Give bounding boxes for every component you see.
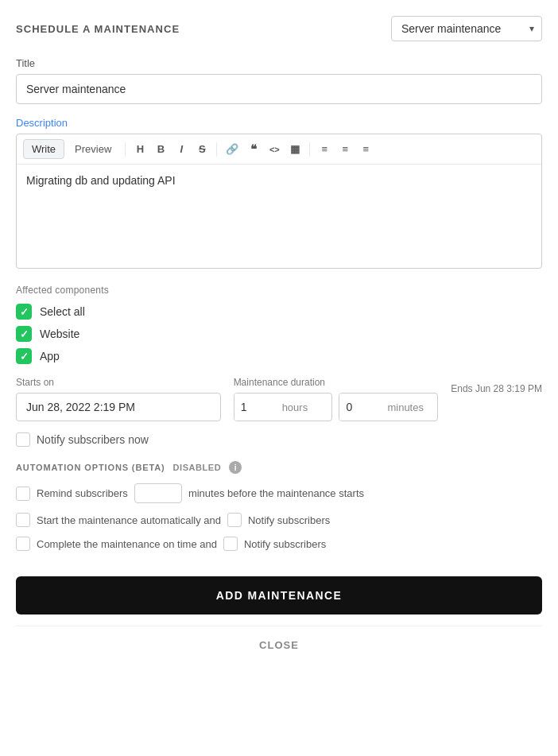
description-content[interactable]: Migrating db and updating API — [17, 165, 541, 268]
starts-on-label: Starts on — [16, 377, 221, 388]
info-icon[interactable]: i — [229, 461, 242, 474]
hours-unit: hours — [282, 401, 315, 413]
toolbar-separator-3 — [309, 142, 310, 157]
remind-minutes-input[interactable] — [134, 483, 182, 503]
toolbar-separator-2 — [216, 142, 217, 157]
minutes-unit: minutes — [387, 401, 430, 413]
auto-start-checkbox[interactable] — [16, 513, 30, 527]
image-btn[interactable]: ▦ — [285, 141, 304, 157]
notify-checkbox[interactable] — [16, 432, 30, 447]
app-label: App — [40, 350, 60, 362]
strikethrough-btn[interactable]: S — [192, 141, 211, 157]
hours-input[interactable] — [234, 394, 282, 421]
minutes-input[interactable] — [339, 394, 387, 421]
page-title: SCHEDULE A MAINTENANCE — [16, 23, 180, 35]
auto-start-notify-label: Notify subscribers — [248, 514, 330, 526]
select-all-checkbox[interactable] — [16, 304, 32, 320]
website-label: Website — [40, 328, 79, 340]
select-all-label: Select all — [40, 305, 85, 318]
remind-prefix: Remind subscribers — [37, 487, 128, 499]
minutes-field: minutes — [339, 393, 438, 421]
notify-row: Notify subscribers now — [16, 432, 542, 447]
quote-btn[interactable]: ❝ — [244, 140, 263, 159]
automation-title: AUTOMATION OPTIONS (BETA) — [16, 463, 165, 472]
description-toolbar: Write Preview H B I S 🔗 ❝ <> ▦ ≡ ≡ ≡ — [17, 134, 541, 165]
bold-btn[interactable]: B — [151, 141, 170, 157]
add-maintenance-button[interactable]: ADD MAINTENANCE — [16, 576, 542, 614]
description-editor: Write Preview H B I S 🔗 ❝ <> ▦ ≡ ≡ ≡ Mig… — [16, 134, 542, 269]
unordered-list-btn[interactable]: ≡ — [315, 141, 334, 157]
notify-label: Notify subscribers now — [37, 433, 149, 446]
affected-components-label: Affected components — [16, 285, 542, 296]
write-tab[interactable]: Write — [23, 139, 64, 159]
auto-complete-prefix: Complete the maintenance on time and — [37, 538, 217, 550]
automation-header: AUTOMATION OPTIONS (BETA) DISABLED i — [16, 461, 542, 474]
italic-btn[interactable]: I — [172, 141, 191, 157]
starts-on-input[interactable] — [16, 393, 221, 421]
auto-complete-option-row: Complete the maintenance on time and Not… — [16, 537, 542, 551]
ends-label: Ends Jun 28 3:19 PM — [451, 377, 542, 394]
description-label: Description — [16, 117, 542, 129]
maintenance-type-dropdown[interactable]: Server maintenance App maintenance Datab… — [391, 16, 542, 41]
select-all-row: Select all — [16, 304, 542, 320]
task-list-btn[interactable]: ≡ — [356, 141, 375, 157]
app-row: App — [16, 348, 542, 364]
code-btn[interactable]: <> — [265, 142, 284, 157]
auto-start-prefix: Start the maintenance automatically and — [37, 514, 221, 526]
auto-complete-notify-label: Notify subscribers — [244, 538, 326, 550]
auto-start-option-row: Start the maintenance automatically and … — [16, 513, 542, 527]
heading-btn[interactable]: H — [130, 141, 149, 157]
maintenance-type-dropdown-wrapper[interactable]: Server maintenance App maintenance Datab… — [391, 16, 542, 41]
remind-checkbox[interactable] — [16, 487, 30, 501]
disabled-badge: DISABLED — [173, 463, 222, 472]
close-button[interactable]: CLOSE — [16, 626, 542, 664]
remind-suffix: minutes before the maintenance starts — [188, 487, 364, 499]
link-btn[interactable]: 🔗 — [222, 141, 242, 157]
website-checkbox[interactable] — [16, 326, 32, 342]
ordered-list-btn[interactable]: ≡ — [335, 141, 355, 157]
app-checkbox[interactable] — [16, 348, 32, 364]
auto-complete-notify-checkbox[interactable] — [223, 537, 238, 551]
duration-label: Maintenance duration — [234, 377, 439, 388]
website-row: Website — [16, 326, 542, 342]
remind-option-row: Remind subscribers minutes before the ma… — [16, 483, 542, 503]
auto-complete-checkbox[interactable] — [16, 537, 30, 551]
title-label: Title — [16, 57, 542, 69]
preview-tab[interactable]: Preview — [66, 139, 120, 159]
auto-start-notify-checkbox[interactable] — [227, 513, 242, 527]
hours-field: hours — [234, 393, 333, 421]
toolbar-separator-1 — [125, 142, 126, 157]
title-input[interactable] — [16, 74, 542, 104]
